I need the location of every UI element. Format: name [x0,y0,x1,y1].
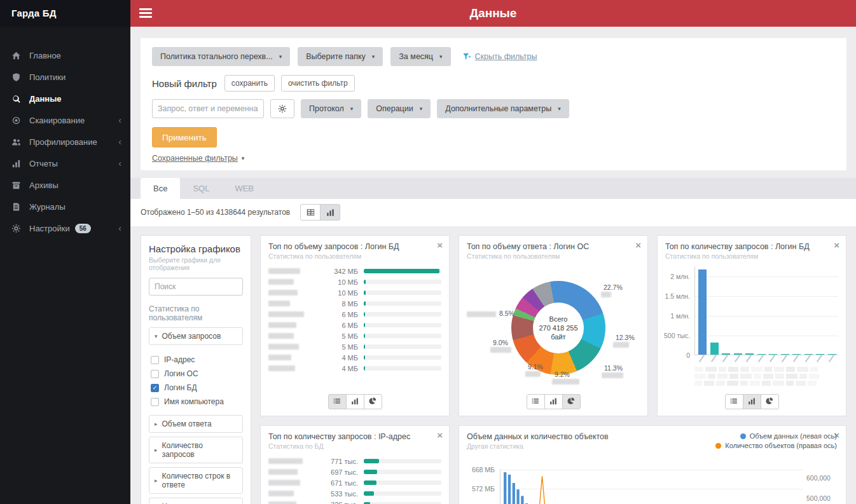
operations-dropdown[interactable]: Операции▾ [368,99,431,118]
sidebar-item-scanning[interactable]: Сканирование‹ [0,109,130,131]
apply-button[interactable]: Применить [152,127,217,147]
accordion-group-3[interactable]: ▸Количество строк в ответе [149,467,243,494]
sidebar-item-profiling[interactable]: Профилирование‹ [0,131,130,153]
tab-all[interactable]: Все [141,178,180,199]
bar [828,354,836,355]
sidebar-item-policies[interactable]: Политики [0,66,130,88]
hamburger-menu-icon[interactable] [139,8,152,20]
checkbox[interactable] [151,370,159,378]
y-axis-tick: 2 млн. [670,273,690,280]
chart-search-input[interactable] [149,278,243,296]
additional-params-label: Дополнительные параметры [445,104,551,113]
sidebar-item-journals[interactable]: Журналы [0,196,130,217]
chart-row-bar [364,312,441,317]
chart-subtitle: Статистика по пользователям [467,252,640,260]
gridline [695,296,838,297]
pie-view-button[interactable] [364,394,382,409]
settings-title: Настройка графиков [149,243,243,254]
additional-params-dropdown[interactable]: Дополнительные параметры▾ [437,99,569,118]
redacted-label [268,268,300,274]
redacted-cell [775,374,784,379]
pie-chart-icon [766,397,773,407]
chart-row-bar [364,355,441,360]
policy-dropdown[interactable]: Политика тотального перехв...▾ [152,47,290,66]
sidebar-item-archives[interactable]: Архивы [0,174,130,196]
operations-dropdown-label: Операции [376,104,413,113]
bar-chart-icon [549,397,557,407]
accordion-group-1[interactable]: ▸Объем ответа [149,415,243,433]
bar-view-button[interactable] [544,394,563,409]
chart-row: 326 тыс. [268,499,441,504]
period-dropdown[interactable]: За месяц▾ [390,47,450,66]
chart-view-button[interactable] [320,204,340,221]
list-view-button[interactable] [527,394,545,409]
checkbox-option[interactable]: IP-адрес [151,355,243,364]
chart-row-bar [364,459,441,463]
close-icon[interactable]: × [437,430,443,440]
list-view-button[interactable] [328,394,347,409]
sidebar-item-label: Архивы [29,180,59,190]
accordion-group-0[interactable]: ▾Объем запросов [149,327,243,345]
combo-chart-plot [500,469,803,504]
clear-filter-button[interactable]: очистить фильтр [281,75,355,92]
chart-title: Топ по количеству запросов : IP-адрес [268,432,441,441]
accordion-group-2[interactable]: ▸Количество запросов [149,437,243,463]
close-icon[interactable]: × [635,240,641,250]
sidebar-item-settings[interactable]: Настройки56‹ [0,217,130,239]
query-settings-button[interactable] [270,99,294,118]
chart-row-bar [364,491,441,496]
redacted-cell [740,381,748,386]
chart-row: 6 МБ [268,309,441,320]
bar-list: 771 тыс.697 тыс.671 тыс.533 тыс.326 тыс.… [268,456,441,504]
bar-view-button[interactable] [743,394,761,409]
list-view-button[interactable] [725,394,743,409]
save-filter-button[interactable]: сохранить [224,75,275,92]
checkbox-option[interactable]: ✓Логин БД [151,383,243,392]
y-axis-tick: 668 МБ [472,466,495,473]
chart-view-switcher [665,388,838,409]
checkbox[interactable] [151,356,159,364]
x-tick-label [746,355,752,362]
bar-view-button[interactable] [346,394,364,409]
filter-funnel-icon [462,52,471,61]
chart-row: 8 МБ [268,298,441,309]
redacted-cell [740,374,752,379]
table-view-button[interactable] [300,204,321,221]
checkbox[interactable] [151,398,159,406]
bar-fill [364,491,374,496]
bar [781,354,789,355]
pie-view-button[interactable] [562,394,581,409]
chart-row: 5 МБ [268,330,441,341]
folder-dropdown[interactable]: Выберите папку▾ [298,47,383,66]
redacted-cell [694,381,702,386]
close-icon[interactable]: × [437,240,443,250]
redacted-legend-grid [694,367,838,388]
redacted-cell [774,367,784,372]
checkbox-option[interactable]: Логин ОС [151,369,243,378]
tab-web[interactable]: WEB [222,178,266,199]
accordion-group-4[interactable]: ▸Неудачные авторизации [149,498,243,504]
y-axis-tick: 572 МБ [472,485,495,493]
chevron-down-icon: ▾ [279,53,282,60]
protocol-dropdown[interactable]: Протокол▾ [301,99,361,118]
redacted-cell [762,381,771,386]
combo-chart-svg [500,469,803,504]
chart-title: Топ по количеству запросов : Логин БД [665,242,838,251]
gridline [695,316,838,317]
query-input[interactable] [152,99,264,118]
sidebar-item-data[interactable]: Данные [0,88,130,109]
saved-filters-link[interactable]: Сохраненные фильтры▾ [152,154,244,163]
checkbox-checked[interactable]: ✓ [151,384,159,392]
sidebar-item-reports[interactable]: Отчеты‹ [0,153,130,174]
close-icon[interactable]: × [834,240,839,250]
checkbox-option[interactable]: Имя компьютера [151,397,243,406]
chart-row-value: 326 тыс. [326,501,364,504]
report-icon [11,159,22,168]
tab-sql[interactable]: SQL [180,178,222,199]
pie-view-button[interactable] [761,394,779,409]
legend-dot [715,443,721,449]
sidebar-item-main[interactable]: Главное [0,44,130,66]
hide-filters-link[interactable]: Скрыть фильтры [462,52,537,61]
checkbox-label: Логин БД [164,383,197,392]
y-axis-tick: 1 млн. [670,312,690,320]
